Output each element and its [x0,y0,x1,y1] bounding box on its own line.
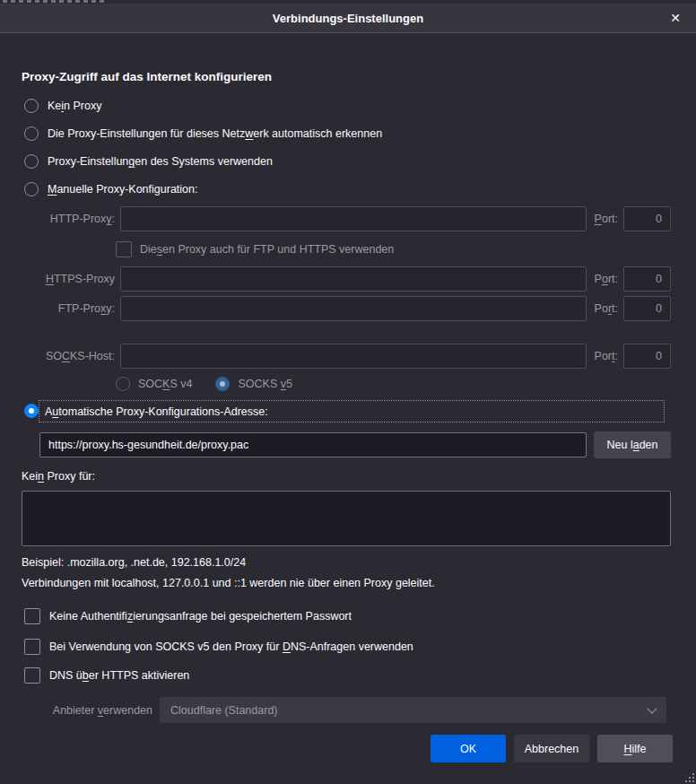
label-post: anuelle Proxy-Konfiguration: [57,183,197,196]
label-pre: Die [140,243,157,256]
http-port-input[interactable] [623,206,671,231]
label-pre: Keine Authentifi [49,610,127,623]
radio-row-system-proxy[interactable]: Proxy-Einstellungen des Systems verwende… [24,153,273,170]
https-proxy-label: HTTPS-Proxy [22,273,115,285]
socks-version-row: SOCKS v4 SOCKS v5 [116,376,292,392]
no-proxy-for-textarea[interactable] [22,491,671,546]
radio-label-manual-proxy[interactable]: Manuelle Proxy-Konfiguration: [48,183,197,196]
doh-provider-label: Anbieter verwenden [22,704,152,717]
socks-dns-row[interactable]: Bei Verwendung von SOCKS v5 den Proxy fü… [24,639,413,655]
radio-auto-proxy-url[interactable] [24,404,39,418]
dialog-title: Verbindungs-Einstellungen [273,12,423,25]
no-auth-prompt-row[interactable]: Keine Authentifizierungsanfrage bei gesp… [24,608,352,624]
label-post: rt: [608,273,618,285]
doh-row[interactable]: DNS über HTTPS aktivieren [24,667,189,684]
label-post: : [615,350,618,362]
checkbox-socks-dns[interactable] [24,639,40,655]
close-icon[interactable]: ✕ [663,4,688,32]
checkbox-no-auth-prompt[interactable] [24,608,40,624]
doh-provider-selected-value: Cloudflare (Standard) [170,704,278,717]
label-accesskey: P [595,213,602,225]
label-post: : [112,213,115,225]
label-pre: Anbieter [53,704,98,717]
http-port-label: Port: [595,213,618,225]
radio-label-autodetect[interactable]: Die Proxy-Einstellungen für dieses Netzw… [48,127,382,140]
label-pre: Die Proxy-Einstellungen für dieses Netz [48,127,245,140]
checkbox-label-doh[interactable]: DNS über HTTPS aktivieren [49,669,189,682]
chevron-down-icon [647,703,657,713]
label-accesskey: H [623,743,631,755]
label-pre: DNS ü [49,669,83,682]
ftp-proxy-input[interactable] [120,296,587,321]
label-post: Proxy für: [44,470,95,483]
label-post: ierungsanfrage bei gespeichertem Passwor… [133,610,352,623]
reload-button[interactable]: Neu laden [594,431,671,458]
radio-autodetect[interactable] [24,126,39,141]
label-accesskey: n [38,470,44,483]
doh-provider-select[interactable]: Cloudflare (Standard) [160,697,666,723]
radio-label-auto-proxy-url[interactable]: Automatische Proxy-Konfigurations-Adress… [39,401,664,422]
radio-row-autodetect[interactable]: Die Proxy-Einstellungen für dieses Netzw… [24,126,382,142]
radio-label-socks-v5[interactable]: SOCKS v5 [238,378,291,390]
connection-settings-dialog: Verbindungs-Einstellungen ✕ Proxy-Zugrif… [0,0,696,784]
label-pre: Kei [22,470,38,483]
label-pre: Proxy-Einstellun [48,155,128,168]
label-post: NS-Anfragen verwenden [291,640,413,653]
https-proxy-input[interactable] [120,266,587,292]
http-proxy-label: HTTP-Proxy: [22,213,115,225]
label-pre: Por [595,350,612,362]
ok-button[interactable]: OK [431,735,506,762]
radio-socks-v5[interactable] [215,377,230,391]
dialog-titlebar: Verbindungs-Einstellungen ✕ [0,4,696,33]
checkbox-label-no-auth-prompt[interactable]: Keine Authentifizierungsanfrage bei gesp… [49,610,352,623]
label-pre: HTTP-Prox [50,213,107,225]
dialog-footer: OK Abbrechen Hilfe [431,735,673,762]
label-pre: Ke [48,100,61,112]
localhost-note-text: Verbindungen mit localhost, 127.0.0.1 un… [22,577,435,589]
resize-grip-icon[interactable] [684,772,694,782]
http-proxy-row: HTTP-Proxy: Port: [22,206,671,231]
radio-system-proxy[interactable] [24,154,39,169]
socks-host-row: SOCKS-Host: Port: [22,344,671,369]
label-post: 5 [286,378,292,390]
label-accesskey: H [46,273,54,285]
radio-label-no-proxy[interactable]: Kein Proxy [48,100,101,112]
label-pre: SOC [138,378,162,390]
radio-label-system-proxy[interactable]: Proxy-Einstellungen des Systems verwende… [48,155,273,168]
ftp-port-input[interactable] [623,296,671,321]
cancel-button[interactable]: Abbrechen [514,735,589,762]
https-port-input[interactable] [623,266,671,292]
radio-row-manual-proxy[interactable]: Manuelle Proxy-Konfiguration: [24,181,197,197]
auto-proxy-url-input[interactable] [39,432,587,457]
radio-socks-v4[interactable] [116,377,130,391]
ftp-port-label: Port: [595,302,618,315]
label-post: en Proxy auch für FTP und HTTPS verwende… [162,243,394,256]
checkbox-share-proxy[interactable] [116,241,132,257]
clipped-text-fragment [3,0,107,3]
radio-manual-proxy[interactable] [24,182,39,196]
share-proxy-row[interactable]: Diesen Proxy auch für FTP und HTTPS verw… [116,240,394,257]
checkbox-label-share-proxy[interactable]: Diesen Proxy auch für FTP und HTTPS verw… [140,243,394,256]
label-post: S v4 [170,378,192,390]
help-button[interactable]: Hilfe [597,735,673,762]
label-pre: SO [46,350,62,362]
label-accesskey: w [245,127,253,140]
radio-no-proxy[interactable] [24,99,39,113]
label-post: ilfe [632,743,647,755]
checkbox-label-socks-dns[interactable]: Bei Verwendung von SOCKS v5 den Proxy fü… [49,640,413,653]
socks-port-input[interactable] [623,344,671,369]
label-post: en des Systems verwenden [135,155,273,168]
radio-label-socks-v4[interactable]: SOCKS v4 [138,378,192,390]
no-proxy-example-text: Beispiel: .mozilla.org, .net.de, 192.168… [22,556,246,569]
checkbox-doh[interactable] [24,667,40,684]
label-post: erk automatisch erkennen [253,127,382,140]
label-pre: P [595,273,602,285]
socks-host-input[interactable] [120,344,587,369]
label-pre: SOCKS [238,378,280,390]
http-proxy-input[interactable] [120,206,587,231]
label-pre: FTP-Pro [58,302,100,315]
socks-host-label: SOCKS-Host: [22,350,115,362]
label-post: t: [612,302,618,315]
ftp-proxy-row: FTP-Proxy: Port: [22,296,671,321]
radio-row-no-proxy[interactable]: Kein Proxy [24,98,101,114]
